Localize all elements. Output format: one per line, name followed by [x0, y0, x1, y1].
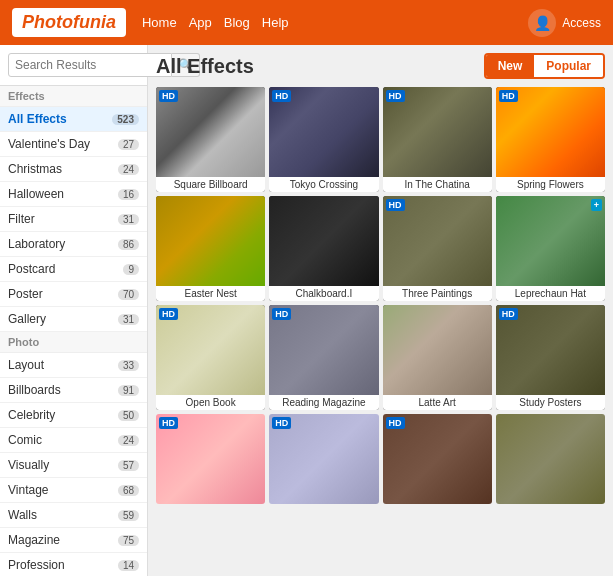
effect-thumbnail	[156, 196, 265, 286]
effects-grid: HDSquare BillboardHDTokyo CrossingHDIn T…	[156, 87, 605, 504]
hd-badge: HD	[499, 308, 518, 320]
access-label: Access	[562, 16, 601, 30]
sidebar-item-visually[interactable]: Visually57	[0, 453, 147, 478]
sidebar-item-layout[interactable]: Layout33	[0, 353, 147, 378]
sidebar: 🔍 EffectsAll Effects523Valentine's Day27…	[0, 45, 148, 576]
sidebar-item-postcard[interactable]: Postcard9	[0, 257, 147, 282]
sidebar-item-poster[interactable]: Poster70	[0, 282, 147, 307]
grid-item-11[interactable]: HDStudy Posters	[496, 305, 605, 410]
hd-badge: HD	[159, 308, 178, 320]
effect-label: Latte Art	[383, 395, 492, 410]
sidebar-item-all-effects[interactable]: All Effects523	[0, 107, 147, 132]
sidebar-item-label: Poster	[8, 287, 43, 301]
sidebar-item-count: 68	[118, 485, 139, 496]
sidebar-item-label: All Effects	[8, 112, 67, 126]
sidebar-item-count: 24	[118, 435, 139, 446]
sidebar-item-count: 523	[112, 114, 139, 125]
header: Photofunia HomeAppBlogHelp 👤 Access	[0, 0, 613, 45]
sidebar-item-billboards[interactable]: Billboards91	[0, 378, 147, 403]
grid-item-14[interactable]: HD	[383, 414, 492, 504]
main: 🔍 EffectsAll Effects523Valentine's Day27…	[0, 45, 613, 576]
sidebar-item-label: Christmas	[8, 162, 62, 176]
grid-item-6[interactable]: HDThree Paintings	[383, 196, 492, 301]
sidebar-item-count: 24	[118, 164, 139, 175]
sidebar-item-count: 91	[118, 385, 139, 396]
effect-label: Spring Flowers	[496, 177, 605, 192]
sidebar-item-gallery[interactable]: Gallery31	[0, 307, 147, 332]
effect-label: Three Paintings	[383, 286, 492, 301]
sidebar-item-label: Billboards	[8, 383, 61, 397]
sidebar-item-count: 9	[123, 264, 139, 275]
sidebar-item-label: Walls	[8, 508, 37, 522]
sidebar-section-photo: Photo	[0, 332, 147, 353]
effect-thumbnail	[496, 196, 605, 286]
sidebar-item-label: Postcard	[8, 262, 55, 276]
sidebar-item-count: 50	[118, 410, 139, 421]
sidebar-item-label: Valentine's Day	[8, 137, 90, 151]
effect-label: Leprechaun Hat	[496, 286, 605, 301]
grid-item-5[interactable]: Chalkboard.I	[269, 196, 378, 301]
effect-label: Square Billboard	[156, 177, 265, 192]
user-icon[interactable]: 👤	[528, 9, 556, 37]
sidebar-section-effects: Effects	[0, 86, 147, 107]
sidebar-item-valentine-s-day[interactable]: Valentine's Day27	[0, 132, 147, 157]
logo: Photofunia	[12, 8, 126, 37]
sidebar-item-halloween[interactable]: Halloween16	[0, 182, 147, 207]
sidebar-item-walls[interactable]: Walls59	[0, 503, 147, 528]
effect-label: Tokyo Crossing	[269, 177, 378, 192]
grid-item-12[interactable]: HD	[156, 414, 265, 504]
sidebar-item-label: Comic	[8, 433, 42, 447]
grid-item-13[interactable]: HD	[269, 414, 378, 504]
grid-item-4[interactable]: Easter Nest	[156, 196, 265, 301]
hd-badge: HD	[272, 308, 291, 320]
grid-item-3[interactable]: HDSpring Flowers	[496, 87, 605, 192]
sidebar-item-count: 16	[118, 189, 139, 200]
sidebar-item-vintage[interactable]: Vintage68	[0, 478, 147, 503]
nav-item-home[interactable]: Home	[142, 15, 177, 30]
effect-label: Open Book	[156, 395, 265, 410]
sidebar-sections: EffectsAll Effects523Valentine's Day27Ch…	[0, 86, 147, 576]
sidebar-item-profession[interactable]: Profession14	[0, 553, 147, 576]
sidebar-item-label: Layout	[8, 358, 44, 372]
sidebar-item-count: 70	[118, 289, 139, 300]
sidebar-item-label: Magazine	[8, 533, 60, 547]
effect-label: Reading Magazine	[269, 395, 378, 410]
grid-item-15[interactable]	[496, 414, 605, 504]
sidebar-item-comic[interactable]: Comic24	[0, 428, 147, 453]
hd-badge: HD	[159, 90, 178, 102]
grid-item-10[interactable]: Latte Art	[383, 305, 492, 410]
effect-label: Chalkboard.I	[269, 286, 378, 301]
sidebar-item-filter[interactable]: Filter31	[0, 207, 147, 232]
grid-item-7[interactable]: +Leprechaun Hat	[496, 196, 605, 301]
grid-item-1[interactable]: HDTokyo Crossing	[269, 87, 378, 192]
sidebar-item-laboratory[interactable]: Laboratory86	[0, 232, 147, 257]
grid-item-8[interactable]: HDOpen Book	[156, 305, 265, 410]
grid-item-0[interactable]: HDSquare Billboard	[156, 87, 265, 192]
sidebar-item-celebrity[interactable]: Celebrity50	[0, 403, 147, 428]
sidebar-item-label: Gallery	[8, 312, 46, 326]
sidebar-item-christmas[interactable]: Christmas24	[0, 157, 147, 182]
tab-new[interactable]: New	[486, 55, 535, 77]
nav-item-blog[interactable]: Blog	[224, 15, 250, 30]
tab-group: New Popular	[484, 53, 605, 79]
hd-badge: HD	[272, 90, 291, 102]
sidebar-item-label: Celebrity	[8, 408, 55, 422]
grid-item-9[interactable]: HDReading Magazine	[269, 305, 378, 410]
nav-item-help[interactable]: Help	[262, 15, 289, 30]
sidebar-item-count: 59	[118, 510, 139, 521]
sidebar-item-count: 14	[118, 560, 139, 571]
sidebar-item-count: 33	[118, 360, 139, 371]
grid-item-2[interactable]: HDIn The Chatina	[383, 87, 492, 192]
effect-label: In The Chatina	[383, 177, 492, 192]
tab-popular[interactable]: Popular	[534, 55, 603, 77]
sidebar-item-magazine[interactable]: Magazine75	[0, 528, 147, 553]
search-box: 🔍	[0, 45, 147, 86]
hd-badge: HD	[386, 417, 405, 429]
header-right: 👤 Access	[528, 9, 601, 37]
plus-badge: +	[591, 199, 602, 211]
sidebar-item-count: 86	[118, 239, 139, 250]
hd-badge: HD	[272, 417, 291, 429]
sidebar-item-count: 31	[118, 314, 139, 325]
hd-badge: HD	[159, 417, 178, 429]
nav-item-app[interactable]: App	[189, 15, 212, 30]
